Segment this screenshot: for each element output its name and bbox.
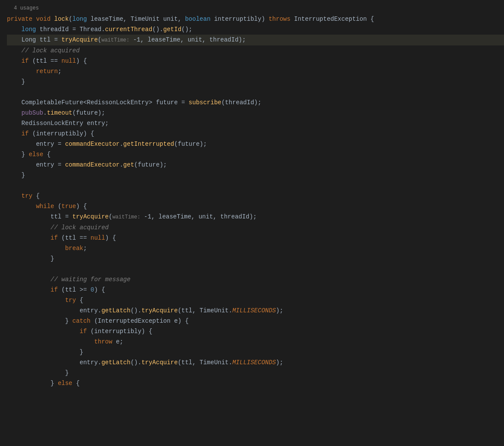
code-line: } else { xyxy=(7,149,504,160)
keyword-private: private xyxy=(7,14,32,24)
code-line: if (ttl >= 0 ) { xyxy=(7,285,504,295)
code-line: return ; xyxy=(7,66,504,77)
code-line: ttl = tryAcquire ( waitTime: -1, leaseTi… xyxy=(7,212,504,222)
code-line xyxy=(7,87,504,97)
code-line: } xyxy=(7,77,504,87)
code-line: } xyxy=(7,368,504,378)
code-line: } xyxy=(7,253,504,264)
fn-lock: lock xyxy=(54,14,69,24)
code-line: entry = commandExecutor . get (future); xyxy=(7,160,504,170)
code-line: } xyxy=(7,170,504,180)
code-line: if (ttl == null ) { xyxy=(7,56,504,66)
code-line: } catch (InterruptedException e) { xyxy=(7,316,504,326)
code-line: entry = commandExecutor . getInterrupted… xyxy=(7,139,504,149)
code-line: entry. getLatch (). tryAcquire (ttl, Tim… xyxy=(7,357,504,368)
code-line: } xyxy=(7,347,504,357)
code-line-highlighted: Long ttl = tryAcquire ( waitTime: -1, le… xyxy=(7,35,504,45)
code-line: try { xyxy=(7,191,504,201)
code-line: // lock acquired xyxy=(7,222,504,233)
code-line: RedissonLockEntry entry; xyxy=(7,118,504,128)
code-line: if (interruptibly) { xyxy=(7,128,504,139)
code-line xyxy=(7,180,504,191)
code-line: break ; xyxy=(7,243,504,253)
usages-label: 4 usages xyxy=(7,3,504,13)
code-line: } else { xyxy=(7,378,504,388)
code-line xyxy=(7,264,504,274)
code-line: try { xyxy=(7,295,504,305)
code-line: long threadId = Thread. currentThread ()… xyxy=(7,24,504,35)
code-line: while ( true ) { xyxy=(7,201,504,212)
code-line: throw e; xyxy=(7,337,504,347)
code-line: pubSub . timeout (future); xyxy=(7,108,504,118)
code-line: // lock acquired xyxy=(7,45,504,56)
code-line: CompletableFuture<RedissonLockEntry> fut… xyxy=(7,97,504,108)
code-line: private void lock ( long leaseTime, Time… xyxy=(7,14,504,24)
code-line: if (interruptibly) { xyxy=(7,326,504,337)
code-line: entry. getLatch (). tryAcquire (ttl, Tim… xyxy=(7,305,504,316)
keyword-void: void xyxy=(36,14,51,24)
code-line: // waiting for message xyxy=(7,274,504,285)
code-editor: 4 usages private void lock ( long leaseT… xyxy=(0,0,504,446)
code-line: if (ttl == null ) { xyxy=(7,233,504,243)
